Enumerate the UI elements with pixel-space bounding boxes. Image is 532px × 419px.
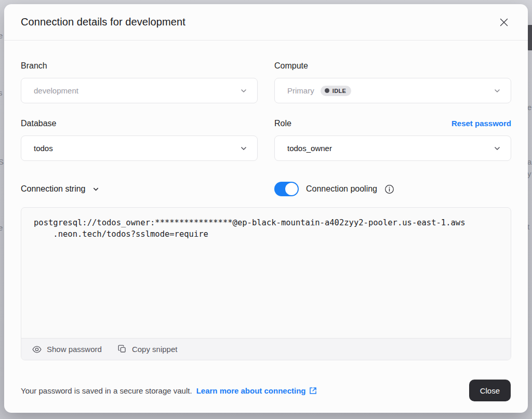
compute-status-badge: IDLE bbox=[321, 86, 352, 96]
role-field: Role Reset password todos_owner bbox=[274, 119, 511, 161]
code-line-2: .neon.tech/todos?sslmode=require bbox=[34, 228, 498, 240]
database-label: Database bbox=[21, 119, 57, 128]
database-value: todos bbox=[34, 144, 53, 153]
branch-value: development bbox=[34, 86, 78, 95]
branch-field: Branch development bbox=[21, 61, 258, 103]
connection-string-code[interactable]: postgresql://todos_owner:***************… bbox=[21, 208, 511, 338]
backdrop-text-fragment: a bbox=[527, 157, 531, 166]
chevron-down-icon bbox=[493, 144, 501, 153]
modal-footer: Your password is saved in a secure stora… bbox=[4, 380, 528, 401]
toggle-knob bbox=[285, 183, 298, 195]
role-label: Role bbox=[274, 119, 291, 128]
eye-icon bbox=[32, 344, 42, 355]
note-text: Your password is saved in a secure stora… bbox=[21, 386, 192, 395]
compute-field: Compute Primary IDLE bbox=[274, 61, 511, 103]
role-select[interactable]: todos_owner bbox=[274, 136, 511, 161]
connection-string-label: Connection string bbox=[21, 184, 86, 194]
code-line-1: postgresql://todos_owner:***************… bbox=[34, 217, 498, 228]
code-footer: Show password Copy snippet bbox=[21, 338, 511, 360]
chevron-down-icon bbox=[240, 144, 248, 153]
copy-snippet-button[interactable]: Copy snippet bbox=[117, 344, 178, 354]
database-select[interactable]: todos bbox=[21, 136, 258, 161]
reset-password-link[interactable]: Reset password bbox=[451, 119, 511, 128]
backdrop-text-fragment: s bbox=[0, 88, 3, 97]
connection-details-modal: Connection details for development Branc… bbox=[4, 4, 528, 413]
backdrop-text-fragment: S bbox=[0, 157, 4, 166]
chevron-down-icon bbox=[240, 87, 248, 95]
modal-header: Connection details for development bbox=[4, 4, 528, 40]
compute-value: Primary bbox=[287, 86, 314, 95]
modal-content: Branch development Compute Primary bbox=[4, 40, 528, 360]
connection-pooling-toggle[interactable] bbox=[274, 182, 299, 196]
status-dot-icon bbox=[325, 88, 329, 93]
branch-label: Branch bbox=[21, 61, 47, 71]
external-link-icon bbox=[309, 386, 317, 395]
modal-title: Connection details for development bbox=[21, 16, 185, 28]
show-password-label: Show password bbox=[47, 345, 102, 354]
learn-more-label: Learn more about connecting bbox=[196, 386, 306, 395]
backdrop-text-fragment: e bbox=[0, 31, 3, 40]
copy-snippet-label: Copy snippet bbox=[132, 345, 178, 354]
connection-pooling-group: Connection pooling bbox=[274, 182, 511, 196]
backdrop-text-fragment: e bbox=[0, 223, 3, 232]
chevron-down-icon bbox=[92, 185, 100, 193]
copy-icon bbox=[117, 344, 127, 354]
close-button[interactable]: Close bbox=[469, 380, 511, 401]
chevron-down-icon bbox=[493, 87, 501, 95]
close-icon[interactable] bbox=[496, 14, 512, 31]
compute-label: Compute bbox=[274, 61, 308, 71]
backdrop-text-fragment: y bbox=[527, 169, 531, 178]
compute-select[interactable]: Primary IDLE bbox=[274, 78, 511, 103]
connection-pooling-label: Connection pooling bbox=[306, 184, 377, 194]
show-password-button[interactable]: Show password bbox=[32, 344, 102, 355]
branch-select[interactable]: development bbox=[21, 78, 258, 103]
connection-string-block: postgresql://todos_owner:***************… bbox=[21, 207, 511, 360]
info-icon[interactable] bbox=[384, 184, 394, 194]
compute-status-text: IDLE bbox=[332, 88, 347, 94]
connection-string-toggle[interactable]: Connection string bbox=[21, 184, 258, 194]
database-field: Database todos bbox=[21, 119, 258, 161]
backdrop-text-fragment: e bbox=[527, 103, 531, 112]
role-value: todos_owner bbox=[287, 144, 332, 153]
password-vault-note: Your password is saved in a secure stora… bbox=[21, 386, 317, 395]
learn-more-link[interactable]: Learn more about connecting bbox=[196, 386, 317, 395]
